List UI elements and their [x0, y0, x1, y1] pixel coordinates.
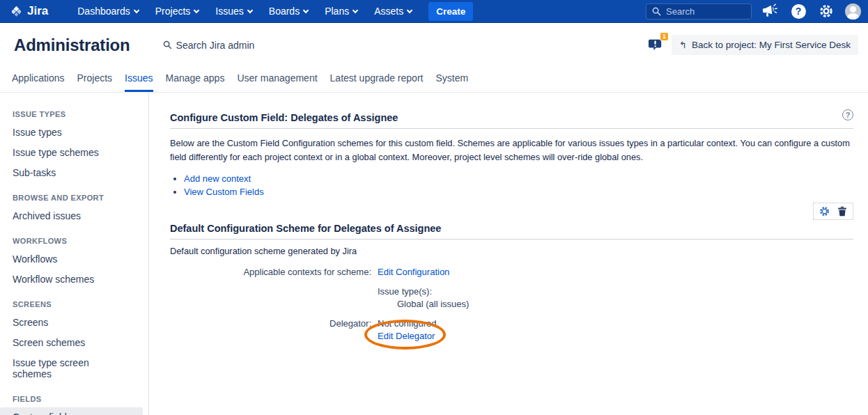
global-search-placeholder: Search	[666, 6, 695, 17]
configure-field-heading-row: Configure Custom Field: Delegates of Ass…	[170, 112, 853, 129]
default-scheme-title: Default Configuration Scheme for Delegat…	[170, 223, 441, 234]
main-content: Configure Custom Field: Delegates of Ass…	[149, 93, 868, 415]
default-scheme-heading-row: Default Configuration Scheme for Delegat…	[170, 223, 853, 240]
issue-types-value: Issue type(s): Global (all issues)	[378, 286, 853, 309]
search-icon	[652, 7, 661, 16]
nav-projects[interactable]: Projects	[147, 0, 208, 23]
edit-delegator-link[interactable]: Edit Delegator	[378, 331, 853, 341]
scheme-details: Applicable contexts for scheme: Edit Con…	[170, 267, 853, 341]
chevron-down-icon	[134, 7, 139, 13]
delegator-value: Not configured. Edit Delegator	[378, 318, 853, 341]
tab-latest-upgrade-report[interactable]: Latest upgrade report	[330, 67, 424, 92]
chevron-down-icon	[247, 7, 253, 13]
admin-header: Administration Search Jira admin 1 ↰ Bac…	[0, 23, 868, 67]
sidebar-item-screens[interactable]: Screens	[0, 313, 143, 332]
nav-boards[interactable]: Boards	[261, 0, 316, 23]
notification-badge: 1	[660, 32, 669, 41]
jira-logo[interactable]: Jira	[10, 4, 48, 18]
issue-types-scope: Global (all issues)	[397, 299, 853, 309]
sidebar-item-issue-type-schemes[interactable]: Issue type schemes	[0, 143, 143, 162]
tab-user-management[interactable]: User management	[237, 67, 317, 92]
admin-search-input[interactable]: Search Jira admin	[163, 40, 255, 51]
empty-label	[170, 286, 371, 309]
nav-dashboards[interactable]: Dashboards	[69, 0, 147, 23]
scheme-ops-box	[813, 203, 853, 220]
help-icon[interactable]: ?	[789, 2, 807, 20]
feedback-bubble-icon[interactable]: 1	[648, 37, 663, 54]
configure-field-description: Below are the Custom Field Configuration…	[170, 136, 853, 165]
add-new-context-link[interactable]: Add new context	[184, 173, 251, 184]
top-navigation-bar: Jira Dashboards Projects Issues Boards P…	[0, 0, 868, 23]
help-question-glyph: ?	[791, 4, 806, 19]
chevron-down-icon	[407, 7, 412, 13]
sidebar-item-issue-types[interactable]: Issue types	[0, 123, 143, 142]
list-item: Add new context	[184, 173, 853, 184]
nav-projects-label: Projects	[155, 6, 191, 17]
chevron-down-icon	[352, 7, 358, 13]
search-icon	[163, 40, 172, 49]
sidebar-header-issue-types: ISSUE TYPES	[0, 100, 148, 122]
sidebar-item-sub-tasks[interactable]: Sub-tasks	[0, 163, 143, 182]
sidebar-header-workflows: WORKFLOWS	[0, 226, 148, 249]
nav-plans[interactable]: Plans	[316, 0, 366, 23]
admin-search-placeholder: Search Jira admin	[176, 40, 255, 51]
context-links-list: Add new context View Custom Fields	[184, 173, 853, 197]
issue-types-label: Issue type(s):	[378, 286, 853, 297]
sidebar-item-workflow-schemes[interactable]: Workflow schemes	[0, 269, 143, 289]
nav-assets[interactable]: Assets	[366, 0, 420, 23]
sidebar-item-archived-issues[interactable]: Archived issues	[0, 206, 143, 226]
contexts-value: Edit Configuration	[378, 267, 853, 277]
page-title: Administration	[14, 36, 130, 55]
sidebar-item-custom-fields[interactable]: Custom fields	[0, 407, 143, 415]
sidebar-header-fields: FIELDS	[0, 384, 148, 407]
scheme-gear-icon[interactable]	[819, 206, 830, 217]
chevron-down-icon	[194, 7, 199, 13]
tab-applications[interactable]: Applications	[12, 67, 65, 92]
admin-header-right: 1 ↰ Back to project: My First Service De…	[648, 35, 858, 55]
primary-nav: Dashboards Projects Issues Boards Plans …	[69, 0, 420, 23]
default-scheme-subtitle: Default configuration scheme generated b…	[170, 246, 853, 256]
topnav-right: Search ?	[646, 2, 861, 20]
nav-dashboards-label: Dashboards	[77, 6, 130, 17]
announcements-megaphone-icon[interactable]	[761, 2, 780, 20]
section-help-icon[interactable]: ?	[842, 109, 853, 120]
nav-assets-label: Assets	[374, 6, 403, 17]
nav-boards-label: Boards	[269, 6, 300, 17]
scheme-delete-trash-icon[interactable]	[837, 206, 847, 217]
admin-tabbar: Applications Projects Issues Manage apps…	[0, 67, 868, 93]
contexts-label: Applicable contexts for scheme:	[170, 267, 371, 277]
edit-configuration-link[interactable]: Edit Configuration	[378, 267, 449, 277]
chevron-down-icon	[303, 7, 309, 13]
tab-system[interactable]: System	[435, 67, 468, 92]
sidebar-header-screens: SCREENS	[0, 290, 148, 312]
tab-issues[interactable]: Issues	[125, 67, 153, 92]
sidebar-header-browse-and-export: BROWSE AND EXPORT	[0, 183, 148, 205]
tab-projects[interactable]: Projects	[77, 67, 113, 92]
delegator-status: Not configured.	[378, 318, 439, 329]
delegator-label: Delegator:	[170, 318, 371, 341]
admin-settings-gear-icon[interactable]	[817, 2, 835, 20]
view-custom-fields-link[interactable]: View Custom Fields	[184, 187, 264, 197]
scheme-ops-row	[170, 203, 853, 220]
nav-issues[interactable]: Issues	[207, 0, 260, 23]
jira-logo-text: Jira	[27, 4, 48, 18]
tab-manage-apps[interactable]: Manage apps	[166, 67, 225, 92]
configure-field-title: Configure Custom Field: Delegates of Ass…	[170, 112, 398, 123]
list-item: View Custom Fields	[184, 187, 853, 197]
nav-issues-label: Issues	[215, 6, 243, 17]
user-avatar[interactable]	[845, 3, 861, 19]
content-layout: ISSUE TYPES Issue types Issue type schem…	[0, 93, 868, 415]
sidebar-item-screen-schemes[interactable]: Screen schemes	[0, 333, 143, 352]
sidebar-item-workflows[interactable]: Workflows	[0, 249, 143, 269]
jira-logo-icon	[10, 5, 23, 18]
issues-sidebar: ISSUE TYPES Issue types Issue type schem…	[0, 93, 149, 415]
back-to-project-label: Back to project: My First Service Desk	[692, 40, 851, 50]
nav-plans-label: Plans	[325, 6, 349, 17]
back-to-project-button[interactable]: ↰ Back to project: My First Service Desk	[672, 35, 858, 55]
sidebar-item-issue-type-screen-schemes[interactable]: Issue type screen schemes	[0, 353, 143, 384]
global-search-input[interactable]: Search	[646, 3, 752, 19]
create-button[interactable]: Create	[428, 2, 473, 21]
return-arrow-icon: ↰	[679, 40, 687, 49]
